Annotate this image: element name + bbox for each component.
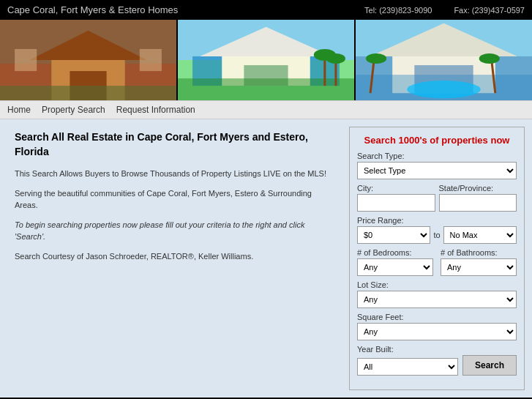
sqft-select[interactable]: Any 500 750 1000 1250 1500 1750 2000 250…: [357, 323, 517, 340]
courtesy-text: Search Courtesy of Jason Schroeder, REAL…: [15, 250, 334, 263]
lot-size-row: Lot Size: Any 0.1 Acres 0.25 Acres 0.5 A…: [357, 280, 517, 308]
bathrooms-select[interactable]: Any 1 2 3 4 5+: [441, 258, 517, 276]
price-max-select[interactable]: No Max $100,000 $200,000 $300,000 $400,0…: [443, 226, 517, 244]
nav-home[interactable]: Home: [7, 105, 31, 115]
svg-point-18: [326, 53, 345, 64]
city-group: City:: [357, 184, 435, 212]
price-to-label: to: [433, 231, 440, 239]
year-label: Year Built:: [357, 345, 517, 354]
lot-label: Lot Size:: [357, 280, 517, 289]
sqft-label: Square Feet:: [357, 313, 517, 321]
description-para2: Serving the beautiful communities of Cap…: [15, 187, 334, 212]
site-title: Cape Coral, Fort Myers & Estero Homes: [7, 4, 178, 15]
main-content: Search All Real Estate in Cape Coral, Fo…: [0, 119, 532, 398]
year-built-row: Year Built: All 1980+ 1990+ 2000+ 2005+ …: [357, 345, 517, 376]
cta-text: To begin searching properties now please…: [15, 219, 334, 243]
page-heading: Search All Real Estate in Cape Coral, Fo…: [15, 130, 334, 159]
bedrooms-select[interactable]: Any 1 2 3 4 5+: [357, 258, 433, 276]
state-label: State/Province:: [439, 184, 517, 193]
svg-point-27: [479, 53, 500, 64]
bedrooms-group: # of Bedrooms: Any 1 2 3 4 5+: [357, 248, 433, 276]
description-para1: This Search Allows Buyers to Browse Thou…: [15, 168, 334, 180]
left-panel: Search All Real Estate in Cape Coral, Fo…: [7, 127, 342, 390]
year-select-wrap: All 1980+ 1990+ 2000+ 2005+ 2010+: [357, 358, 458, 376]
svg-rect-7: [0, 86, 176, 100]
svg-point-29: [366, 53, 386, 64]
svg-rect-6: [140, 49, 162, 71]
city-label: City:: [357, 184, 435, 193]
search-panel: Search 1000's of properties now Search T…: [349, 127, 525, 390]
banner-image-3: [356, 20, 532, 100]
navigation-bar: Home Property Search Request Information: [0, 100, 532, 119]
banner-image-2: [178, 20, 354, 100]
bedrooms-label: # of Bedrooms:: [357, 248, 433, 257]
banner-image-1: [0, 20, 176, 100]
city-input[interactable]: [357, 194, 435, 212]
state-group: State/Province:: [439, 184, 517, 212]
search-type-row: Search Type: Select Type Residential Com…: [357, 152, 517, 179]
svg-rect-5: [15, 49, 37, 71]
contact-info: Tel: (239)823-9090 Fax: (239)437-0597: [364, 6, 525, 15]
tel-number: Tel: (239)823-9090: [364, 6, 432, 15]
svg-rect-14: [178, 78, 354, 100]
search-type-select[interactable]: Select Type Residential Commercial Land …: [357, 162, 517, 179]
bed-bath-row: # of Bedrooms: Any 1 2 3 4 5+ # of Bathr…: [357, 248, 517, 276]
price-min-select[interactable]: $0 $50,000 $100,000 $150,000 $200,000 $3…: [357, 226, 430, 244]
year-search-group: All 1980+ 1990+ 2000+ 2005+ 2010+ Search: [357, 355, 517, 376]
search-button[interactable]: Search: [462, 355, 517, 376]
price-label: Price Range:: [357, 216, 517, 225]
svg-point-25: [407, 81, 480, 98]
year-select[interactable]: All 1980+ 1990+ 2000+ 2005+ 2010+: [357, 358, 458, 376]
sqft-row: Square Feet: Any 500 750 1000 1250 1500 …: [357, 313, 517, 340]
price-inputs: $0 $50,000 $100,000 $150,000 $200,000 $3…: [357, 226, 517, 244]
bathrooms-group: # of Bathrooms: Any 1 2 3 4 5+: [441, 248, 517, 276]
lot-select[interactable]: Any 0.1 Acres 0.25 Acres 0.5 Acres 1 Acr…: [357, 291, 517, 308]
search-panel-title: Search 1000's of properties now: [357, 135, 517, 146]
city-state-row: City: State/Province:: [357, 184, 517, 212]
search-type-label: Search Type:: [357, 152, 517, 160]
price-range-row: Price Range: $0 $50,000 $100,000 $150,00…: [357, 216, 517, 244]
nav-property-search[interactable]: Property Search: [42, 105, 105, 115]
fax-number: Fax: (239)437-0597: [454, 6, 525, 15]
bathrooms-label: # of Bathrooms:: [441, 248, 517, 257]
state-input[interactable]: [439, 194, 517, 212]
banner-images: [0, 20, 532, 100]
page-header: Cape Coral, Fort Myers & Estero Homes Te…: [0, 0, 532, 20]
nav-request-info[interactable]: Request Information: [116, 105, 195, 115]
